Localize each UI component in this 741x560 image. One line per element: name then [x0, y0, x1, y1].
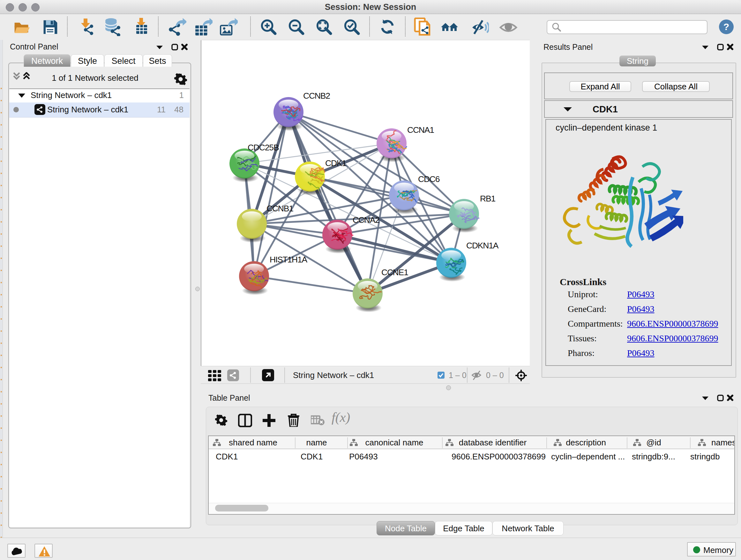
svg-text:CCNB1: CCNB1	[266, 204, 293, 213]
svg-text:HIST1H1A: HIST1H1A	[270, 255, 308, 264]
svg-text:CDC25B: CDC25B	[248, 143, 279, 152]
svg-text:CDC6: CDC6	[418, 174, 440, 184]
svg-text:CCNE1: CCNE1	[381, 267, 408, 277]
svg-text:CCNA1: CCNA1	[407, 125, 434, 135]
svg-text:RB1: RB1	[480, 194, 495, 203]
svg-text:CCNB2: CCNB2	[303, 91, 330, 101]
svg-text:CCNA2: CCNA2	[353, 215, 380, 225]
svg-text:CDKN1A: CDKN1A	[466, 241, 499, 250]
svg-text:?: ?	[724, 21, 729, 32]
svg-text:CDK1: CDK1	[325, 159, 346, 168]
